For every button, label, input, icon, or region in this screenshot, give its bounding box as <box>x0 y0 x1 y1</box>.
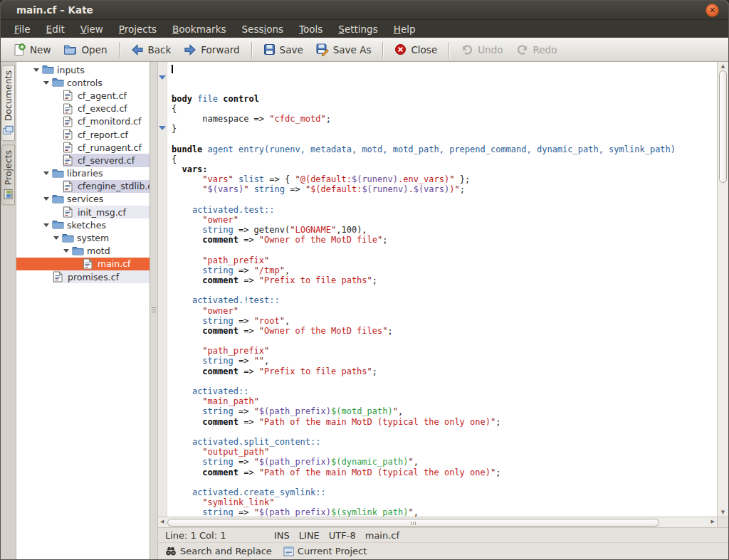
tree-item-system[interactable]: system <box>16 231 150 244</box>
menu-help[interactable]: Help <box>386 21 424 37</box>
tree-item-services[interactable]: services <box>16 193 150 206</box>
status-insert-mode[interactable]: INS <box>274 530 290 541</box>
code-editor[interactable]: body file control{ namespace => "cfdc_mo… <box>167 62 717 517</box>
close-button[interactable]: Close <box>388 41 444 58</box>
fold-arrow-icon[interactable] <box>159 75 166 80</box>
tree-item-main-cf[interactable]: main.cf <box>16 258 150 270</box>
code-line <box>172 285 717 295</box>
folder-icon <box>52 168 64 179</box>
new-button[interactable]: New <box>6 41 57 59</box>
code-line: namespace => "cfdc_motd"; <box>172 114 717 124</box>
menu-view[interactable]: View <box>73 21 111 37</box>
status-line-mode[interactable]: LINE <box>299 530 320 541</box>
scroll-down-icon[interactable]: ▼ <box>718 509 728 515</box>
open-button[interactable]: Open <box>57 41 113 58</box>
scrollbar-corner <box>717 517 728 527</box>
vertical-scrollbar-thumb[interactable] <box>719 70 727 183</box>
sidebar-tab-documents[interactable]: Documents <box>1 65 15 141</box>
expander-arrow-icon[interactable] <box>43 171 49 175</box>
tree-item-sketches[interactable]: sketches <box>16 218 150 231</box>
expander-arrow-icon[interactable] <box>53 236 59 240</box>
save-as-icon <box>316 43 329 56</box>
menubar: FileEditViewProjectsBookmarksSessionsToo… <box>1 20 728 38</box>
expander-arrow-icon[interactable] <box>43 197 49 201</box>
toolbar-button-label: Back <box>148 44 172 56</box>
fold-arrow-icon[interactable] <box>159 126 166 130</box>
kate-window: main.cf – Kate ✕ FileEditViewProjectsBoo… <box>0 0 729 560</box>
open-icon <box>63 43 77 56</box>
back-icon <box>131 43 144 56</box>
toolbar-button-label: Redo <box>533 44 557 56</box>
tree-item-inputs[interactable]: inputs <box>16 63 150 76</box>
menu-settings[interactable]: Settings <box>330 21 385 37</box>
expander-arrow-icon[interactable] <box>43 223 49 227</box>
status-encoding[interactable]: UTF-8 <box>329 530 356 541</box>
tree-item-label: system <box>77 233 109 243</box>
tree-item-cf-runagent-cf[interactable]: cf_runagent.cf <box>16 141 150 154</box>
tree-item-label: sketches <box>67 220 106 231</box>
tree-item-cf-execd-cf[interactable]: cf_execd.cf <box>16 102 150 115</box>
tree-item-motd[interactable]: motd <box>16 245 150 258</box>
documents-icon <box>3 125 14 135</box>
panel-splitter[interactable] <box>150 62 158 559</box>
expander-arrow-icon[interactable] <box>43 81 49 85</box>
menu-tools[interactable]: Tools <box>291 21 330 37</box>
tree-item-body: libraries <box>52 167 150 180</box>
save-button[interactable]: Save <box>257 41 310 58</box>
folder-icon <box>42 64 54 75</box>
fold-gutter[interactable] <box>158 62 167 517</box>
current-project-button[interactable]: Current Project <box>283 546 367 556</box>
code-line: activated.split_content:: <box>172 437 717 447</box>
tree-item-label: init_msg.cf <box>78 207 126 218</box>
forward-button[interactable]: Forward <box>177 41 246 59</box>
scroll-left-icon[interactable]: ◀ <box>160 519 164 524</box>
scroll-up-icon[interactable]: ▲ <box>718 63 728 69</box>
window-close-icon[interactable]: ✕ <box>706 4 719 17</box>
status-filename: main.cf <box>365 530 399 541</box>
horizontal-scrollbar[interactable]: ◀ ▶ <box>158 517 717 527</box>
vertical-scrollbar[interactable]: ▲ ▼ <box>717 62 728 517</box>
tree-item-libraries[interactable]: libraries <box>16 167 150 180</box>
code-line: } <box>172 124 717 134</box>
tree-item-cf-agent-cf[interactable]: cf_agent.cf <box>16 89 150 102</box>
code-line <box>172 134 717 144</box>
tree-item-cf-serverd-cf[interactable]: cf_serverd.cf <box>16 154 150 167</box>
projects-icon <box>3 189 14 200</box>
expander-arrow-icon[interactable] <box>33 68 39 72</box>
code-line: { <box>172 104 717 114</box>
tree-item-body: controls <box>52 76 150 89</box>
menu-sessions[interactable]: Sessions <box>234 21 292 37</box>
tree-item-controls[interactable]: controls <box>16 76 150 89</box>
hscroll-row: ◀ ▶ <box>158 517 728 527</box>
code-line: string => "/tmp", <box>172 265 717 275</box>
tree-item-promises-cf[interactable]: promises.cf <box>16 270 150 283</box>
menu-projects[interactable]: Projects <box>111 21 164 37</box>
tree-item-cf-monitord-cf[interactable]: cf_monitord.cf <box>16 115 150 128</box>
tree-item-body: promises.cf <box>53 270 150 283</box>
toolbar-separator <box>382 42 383 58</box>
sidebar-tab-projects[interactable]: Projects <box>1 144 15 205</box>
search-and-replace-button[interactable]: Search and Replace <box>165 546 272 556</box>
tree-item-init-msg-cf[interactable]: init_msg.cf <box>16 206 150 218</box>
code-line: "owner" <box>172 215 717 225</box>
editor-view: body file control{ namespace => "cfdc_mo… <box>158 62 728 517</box>
tree-item-label: libraries <box>67 168 103 179</box>
expander-arrow-icon[interactable] <box>63 249 69 253</box>
binoculars-icon <box>165 546 177 556</box>
code-line: comment => "Path of the main MotD (typic… <box>172 467 717 477</box>
file-icon <box>63 142 75 153</box>
toolbar-button-label: Save <box>280 44 303 56</box>
scroll-right-icon[interactable]: ▶ <box>711 519 715 524</box>
code-line: "$(vars)" string => "$(default:$(runenv)… <box>172 184 717 194</box>
code-line: comment => "Prefix to file paths"; <box>172 275 717 285</box>
menu-file[interactable]: File <box>6 21 38 37</box>
horizontal-scrollbar-thumb[interactable] <box>167 519 659 527</box>
menu-bookmarks[interactable]: Bookmarks <box>164 21 234 37</box>
menu-edit[interactable]: Edit <box>38 21 73 37</box>
tree-item-cfengine-stdlib-cf[interactable]: cfengine_stdlib.cf <box>16 180 150 193</box>
tree-item-cf-report-cf[interactable]: cf_report.cf <box>16 128 150 141</box>
save-as-button[interactable]: Save As <box>310 41 378 59</box>
file-icon <box>53 271 65 282</box>
back-button[interactable]: Back <box>125 41 178 59</box>
titlebar[interactable]: main.cf – Kate ✕ <box>1 1 728 20</box>
